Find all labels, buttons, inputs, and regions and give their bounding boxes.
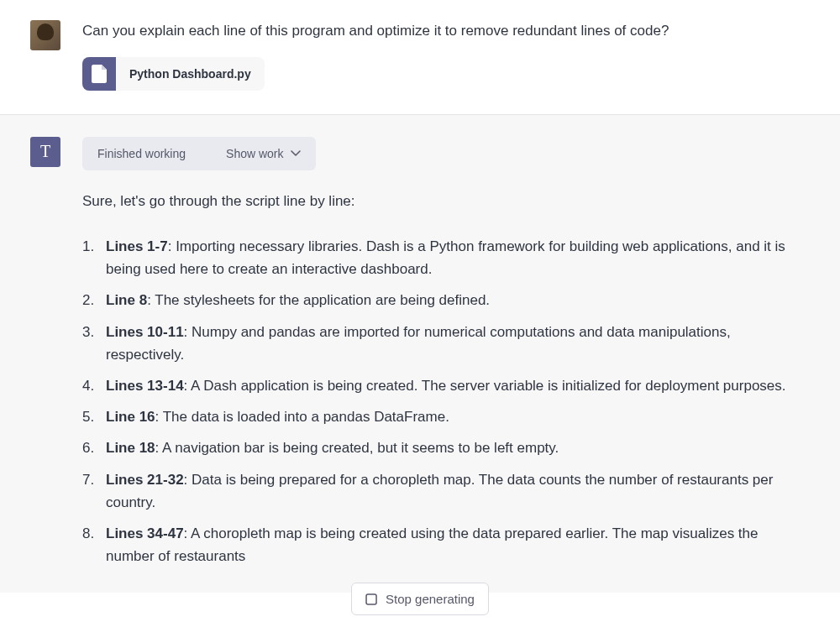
list-item: Lines 10-11: Numpy and pandas are import… xyxy=(82,321,810,366)
document-icon xyxy=(92,65,107,83)
list-item: Line 16: The data is loaded into a panda… xyxy=(82,405,810,428)
user-avatar xyxy=(30,20,60,50)
list-item-text: : Numpy and pandas are imported for nume… xyxy=(106,324,731,363)
list-item-prefix: Line 16 xyxy=(106,409,155,425)
list-item-text: : A Dash application is being created. T… xyxy=(184,378,786,394)
assistant-avatar: T xyxy=(30,137,60,167)
assistant-content: Finished working Show work Sure, let's g… xyxy=(82,137,810,577)
assistant-avatar-letter: T xyxy=(40,142,50,161)
list-item-prefix: Line 18 xyxy=(106,440,155,456)
list-item-text: : The stylesheets for the application ar… xyxy=(147,292,490,308)
chevron-down-icon xyxy=(291,150,301,156)
list-item: Lines 13-14: A Dash application is being… xyxy=(82,374,810,397)
show-work-label: Show work xyxy=(226,147,283,160)
response-list: Lines 1-7: Importing necessary libraries… xyxy=(82,235,810,567)
list-item: Lines 34-47: A choropleth map is being c… xyxy=(82,522,810,567)
stop-generating-label: Stop generating xyxy=(386,592,475,593)
list-item-prefix: Lines 34-47 xyxy=(106,525,184,541)
status-bar: Finished working Show work xyxy=(82,137,316,170)
list-item-prefix: Line 8 xyxy=(106,292,147,308)
list-item: Line 8: The stylesheets for the applicat… xyxy=(82,289,810,311)
file-icon-box xyxy=(82,57,116,91)
list-item-text: : The data is loaded into a pandas DataF… xyxy=(155,409,449,425)
list-item-text: : Data is being prepared for a choroplet… xyxy=(106,472,773,510)
status-label: Finished working xyxy=(97,147,186,160)
list-item-text: : A navigation bar is being created, but… xyxy=(155,440,559,456)
list-item-prefix: Lines 10-11 xyxy=(106,324,184,340)
file-name: Python Dashboard.py xyxy=(116,67,265,81)
user-message: Can you explain each line of this progra… xyxy=(0,0,840,114)
show-work-toggle[interactable]: Show work xyxy=(226,147,300,160)
list-item: Lines 21-32: Data is being prepared for … xyxy=(82,468,810,514)
list-item-text: : A choropleth map is being created usin… xyxy=(106,525,759,564)
list-item-text: : Importing necessary libraries. Dash is… xyxy=(106,238,785,277)
list-item: Lines 1-7: Importing necessary libraries… xyxy=(82,235,810,280)
list-item-prefix: Lines 13-14 xyxy=(106,378,184,394)
response-intro: Sure, let's go through the script line b… xyxy=(82,191,810,212)
stop-generating-button[interactable]: Stop generating xyxy=(351,583,489,593)
user-content: Can you explain each line of this progra… xyxy=(82,20,810,91)
file-attachment[interactable]: Python Dashboard.py xyxy=(82,57,265,91)
assistant-message: T Finished working Show work Sure, let's… xyxy=(0,115,840,593)
list-item-prefix: Lines 1-7 xyxy=(106,238,168,254)
list-item-prefix: Lines 21-32 xyxy=(106,472,184,488)
user-question-text: Can you explain each line of this progra… xyxy=(82,20,810,42)
list-item: Line 18: A navigation bar is being creat… xyxy=(82,436,810,459)
